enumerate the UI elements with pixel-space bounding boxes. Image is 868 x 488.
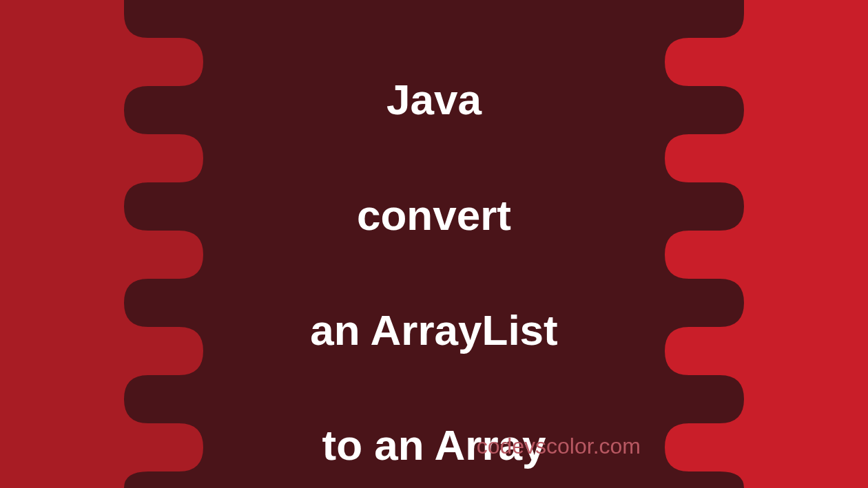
banner-content: Java convert an ArrayList to an Array <box>310 14 558 475</box>
title-line-2: convert <box>357 191 511 239</box>
blob-decoration-right <box>648 0 868 488</box>
title-line-1: Java <box>386 76 482 123</box>
blob-decoration-left <box>0 0 220 488</box>
banner-container: Java convert an ArrayList to an Array co… <box>0 0 868 488</box>
title-line-3: an ArrayList <box>310 306 558 354</box>
watermark-text: codevscolor.com <box>477 434 641 459</box>
banner-title: Java convert an ArrayList to an Array <box>310 14 558 475</box>
